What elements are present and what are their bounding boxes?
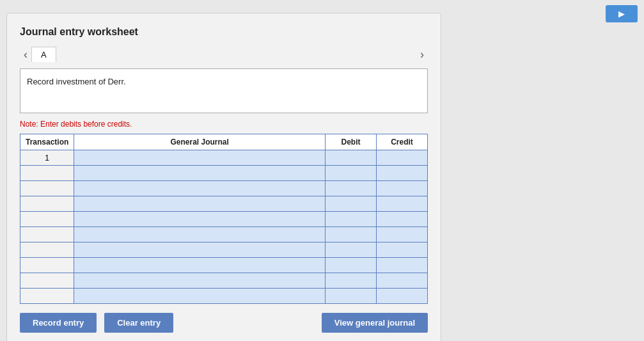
general-journal-cell[interactable] [74,258,326,273]
tab-nav: ‹ A › [20,47,428,62]
transaction-cell: 1 [20,150,74,166]
credit-input[interactable] [377,196,427,211]
journal-table: Transaction General Journal Debit Credit… [20,134,428,304]
top-right-area: ▶ [606,5,638,22]
worksheet-title: Journal entry worksheet [20,26,428,38]
general-journal-input[interactable] [74,196,325,211]
debit-cell[interactable] [326,227,377,242]
debit-input[interactable] [326,242,376,257]
view-general-journal-button[interactable]: View general journal [322,313,428,333]
header-debit: Debit [326,134,377,150]
table-row [20,166,428,181]
credit-input[interactable] [377,242,427,257]
table-row [20,196,428,212]
credit-input[interactable] [377,166,427,180]
transaction-cell [20,273,74,289]
tab-a[interactable]: A [31,47,56,62]
credit-cell[interactable] [377,289,428,304]
transaction-cell [20,242,74,258]
debit-input[interactable] [326,227,376,242]
debit-cell[interactable] [326,150,377,166]
general-journal-cell[interactable] [74,289,326,304]
header-transaction: Transaction [20,134,74,150]
worksheet-container: Journal entry worksheet ‹ A › Record inv… [6,13,441,341]
general-journal-input[interactable] [74,150,325,165]
instruction-box: Record investment of Derr. [20,68,428,113]
debit-input[interactable] [326,166,376,180]
table-row [20,212,428,227]
header-credit: Credit [377,134,428,150]
debit-cell[interactable] [326,258,377,273]
buttons-row: Record entry Clear entry View general jo… [20,313,428,333]
credit-cell[interactable] [377,242,428,258]
debit-cell[interactable] [326,196,377,212]
credit-input[interactable] [377,227,427,242]
general-journal-input[interactable] [74,258,325,273]
debit-input[interactable] [326,212,376,226]
transaction-cell [20,166,74,181]
debit-cell[interactable] [326,289,377,304]
table-row [20,258,428,273]
debit-input[interactable] [326,181,376,196]
debit-cell[interactable] [326,166,377,181]
debit-cell[interactable] [326,242,377,258]
general-journal-cell[interactable] [74,181,326,196]
credit-input[interactable] [377,150,427,165]
transaction-cell [20,212,74,227]
credit-cell[interactable] [377,273,428,289]
table-row [20,227,428,242]
table-row [20,289,428,304]
transaction-cell [20,196,74,212]
credit-cell[interactable] [377,258,428,273]
credit-cell[interactable] [377,166,428,181]
credit-cell[interactable] [377,196,428,212]
debit-cell[interactable] [326,273,377,289]
table-row [20,273,428,289]
debit-input[interactable] [326,273,376,288]
table-row [20,242,428,258]
credit-input[interactable] [377,181,427,196]
instruction-text: Record investment of Derr. [27,77,126,86]
header-general-journal: General Journal [74,134,326,150]
clear-entry-button[interactable]: Clear entry [104,313,173,333]
top-button[interactable]: ▶ [606,5,638,22]
transaction-cell [20,289,74,304]
debit-input[interactable] [326,150,376,165]
credit-input[interactable] [377,273,427,288]
note-text: Note: Enter debits before credits. [20,120,428,129]
nav-next-arrow[interactable]: › [416,49,428,60]
general-journal-input[interactable] [74,227,325,242]
credit-input[interactable] [377,212,427,226]
nav-prev-arrow[interactable]: ‹ [20,49,31,60]
debit-input[interactable] [326,196,376,211]
debit-cell[interactable] [326,212,377,227]
credit-cell[interactable] [377,212,428,227]
transaction-cell [20,258,74,273]
transaction-cell [20,181,74,196]
credit-input[interactable] [377,258,427,273]
credit-cell[interactable] [377,181,428,196]
general-journal-input[interactable] [74,273,325,288]
transaction-cell [20,227,74,242]
credit-cell[interactable] [377,150,428,166]
table-row [20,181,428,196]
general-journal-input[interactable] [74,181,325,196]
record-entry-button[interactable]: Record entry [20,313,97,333]
general-journal-cell[interactable] [74,242,326,258]
general-journal-cell[interactable] [74,227,326,242]
general-journal-input[interactable] [74,212,325,226]
debit-input[interactable] [326,289,376,303]
debit-cell[interactable] [326,181,377,196]
general-journal-input[interactable] [74,289,325,303]
debit-input[interactable] [326,258,376,273]
credit-input[interactable] [377,289,427,303]
table-row: 1 [20,150,428,166]
general-journal-cell[interactable] [74,196,326,212]
general-journal-cell[interactable] [74,166,326,181]
general-journal-input[interactable] [74,242,325,257]
general-journal-cell[interactable] [74,150,326,166]
general-journal-cell[interactable] [74,212,326,227]
credit-cell[interactable] [377,227,428,242]
general-journal-input[interactable] [74,166,325,180]
general-journal-cell[interactable] [74,273,326,289]
